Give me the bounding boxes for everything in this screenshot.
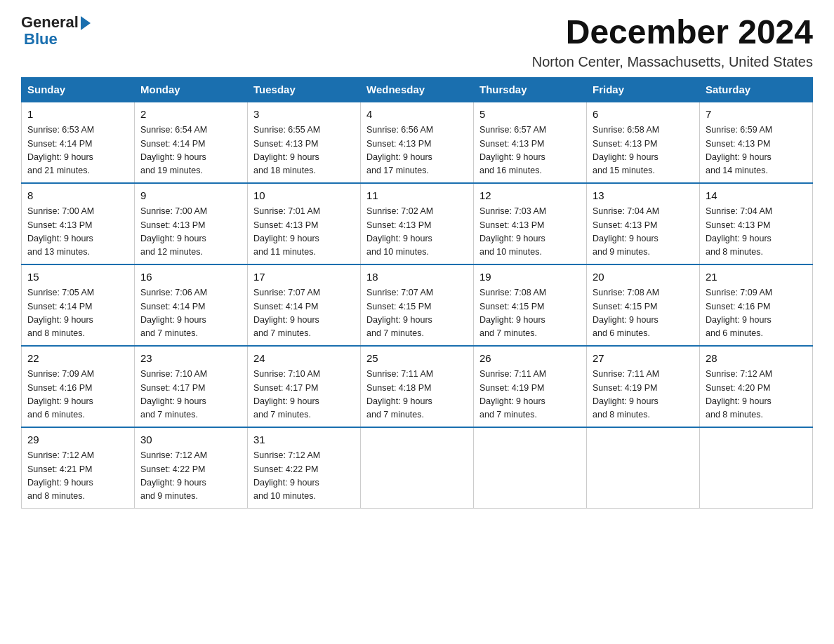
calendar-cell: 3Sunrise: 6:55 AMSunset: 4:13 PMDaylight… xyxy=(248,102,361,183)
calendar-cell: 30Sunrise: 7:12 AMSunset: 4:22 PMDayligh… xyxy=(135,427,248,509)
page-header: General Blue December 2024 Norton Center… xyxy=(21,14,813,70)
week-row-5: 29Sunrise: 7:12 AMSunset: 4:21 PMDayligh… xyxy=(22,427,813,509)
header-day-saturday: Saturday xyxy=(700,77,813,102)
day-number: 26 xyxy=(479,351,581,367)
day-info: Sunrise: 6:54 AMSunset: 4:14 PMDaylight:… xyxy=(140,123,241,178)
calendar-header: SundayMondayTuesdayWednesdayThursdayFrid… xyxy=(22,77,813,102)
day-number: 19 xyxy=(479,269,581,286)
calendar-cell: 18Sunrise: 7:07 AMSunset: 4:15 PMDayligh… xyxy=(361,264,474,346)
day-info: Sunrise: 6:53 AMSunset: 4:14 PMDaylight:… xyxy=(27,123,128,178)
day-info: Sunrise: 7:00 AMSunset: 4:13 PMDaylight:… xyxy=(27,205,128,260)
day-number: 25 xyxy=(366,351,468,367)
day-info: Sunrise: 7:01 AMSunset: 4:13 PMDaylight:… xyxy=(253,205,355,260)
week-row-3: 15Sunrise: 7:05 AMSunset: 4:14 PMDayligh… xyxy=(22,264,813,346)
day-info: Sunrise: 6:59 AMSunset: 4:13 PMDaylight:… xyxy=(706,123,807,178)
calendar-body: 1Sunrise: 6:53 AMSunset: 4:14 PMDaylight… xyxy=(22,102,813,509)
calendar-cell: 13Sunrise: 7:04 AMSunset: 4:13 PMDayligh… xyxy=(587,183,700,264)
calendar-cell: 14Sunrise: 7:04 AMSunset: 4:13 PMDayligh… xyxy=(700,183,813,264)
calendar-cell: 4Sunrise: 6:56 AMSunset: 4:13 PMDaylight… xyxy=(361,102,474,183)
day-info: Sunrise: 7:11 AMSunset: 4:19 PMDaylight:… xyxy=(593,368,694,422)
day-info: Sunrise: 7:12 AMSunset: 4:21 PMDaylight:… xyxy=(27,449,128,504)
calendar-cell: 7Sunrise: 6:59 AMSunset: 4:13 PMDaylight… xyxy=(700,102,813,183)
day-info: Sunrise: 7:08 AMSunset: 4:15 PMDaylight:… xyxy=(593,286,694,341)
logo-arrow-icon xyxy=(81,16,91,30)
day-info: Sunrise: 6:58 AMSunset: 4:13 PMDaylight:… xyxy=(593,123,694,178)
calendar-cell: 26Sunrise: 7:11 AMSunset: 4:19 PMDayligh… xyxy=(474,346,587,427)
week-row-1: 1Sunrise: 6:53 AMSunset: 4:14 PMDaylight… xyxy=(22,102,813,183)
day-number: 4 xyxy=(366,107,468,123)
day-number: 13 xyxy=(593,188,694,204)
day-info: Sunrise: 6:57 AMSunset: 4:13 PMDaylight:… xyxy=(479,123,581,178)
day-info: Sunrise: 7:11 AMSunset: 4:19 PMDaylight:… xyxy=(479,368,581,422)
calendar-cell: 17Sunrise: 7:07 AMSunset: 4:14 PMDayligh… xyxy=(248,264,361,346)
day-number: 15 xyxy=(27,269,128,286)
day-number: 12 xyxy=(479,188,581,204)
day-info: Sunrise: 7:02 AMSunset: 4:13 PMDaylight:… xyxy=(366,205,468,260)
calendar-cell: 28Sunrise: 7:12 AMSunset: 4:20 PMDayligh… xyxy=(700,346,813,427)
calendar-cell: 24Sunrise: 7:10 AMSunset: 4:17 PMDayligh… xyxy=(248,346,361,427)
day-number: 28 xyxy=(706,351,807,367)
calendar-cell: 8Sunrise: 7:00 AMSunset: 4:13 PMDaylight… xyxy=(22,183,135,264)
calendar-cell: 23Sunrise: 7:10 AMSunset: 4:17 PMDayligh… xyxy=(135,346,248,427)
calendar-cell: 5Sunrise: 6:57 AMSunset: 4:13 PMDaylight… xyxy=(474,102,587,183)
calendar-cell: 29Sunrise: 7:12 AMSunset: 4:21 PMDayligh… xyxy=(22,427,135,509)
day-number: 5 xyxy=(479,107,581,123)
calendar-subtitle: Norton Center, Massachusetts, United Sta… xyxy=(532,54,813,70)
calendar-cell: 9Sunrise: 7:00 AMSunset: 4:13 PMDaylight… xyxy=(135,183,248,264)
day-number: 11 xyxy=(366,188,468,204)
day-info: Sunrise: 7:12 AMSunset: 4:22 PMDaylight:… xyxy=(253,449,355,504)
day-number: 24 xyxy=(253,351,355,367)
day-number: 20 xyxy=(593,269,694,286)
calendar-cell xyxy=(587,427,700,509)
calendar-cell: 22Sunrise: 7:09 AMSunset: 4:16 PMDayligh… xyxy=(22,346,135,427)
week-row-4: 22Sunrise: 7:09 AMSunset: 4:16 PMDayligh… xyxy=(22,346,813,427)
day-info: Sunrise: 7:04 AMSunset: 4:13 PMDaylight:… xyxy=(593,205,694,260)
calendar-cell: 1Sunrise: 6:53 AMSunset: 4:14 PMDaylight… xyxy=(22,102,135,183)
day-number: 17 xyxy=(253,269,355,286)
day-info: Sunrise: 7:09 AMSunset: 4:16 PMDaylight:… xyxy=(706,286,807,341)
calendar-cell: 20Sunrise: 7:08 AMSunset: 4:15 PMDayligh… xyxy=(587,264,700,346)
day-info: Sunrise: 7:05 AMSunset: 4:14 PMDaylight:… xyxy=(27,286,128,341)
day-info: Sunrise: 7:09 AMSunset: 4:16 PMDaylight:… xyxy=(27,368,128,422)
calendar-cell: 16Sunrise: 7:06 AMSunset: 4:14 PMDayligh… xyxy=(135,264,248,346)
calendar-title: December 2024 xyxy=(532,14,813,51)
day-number: 16 xyxy=(140,269,241,286)
day-info: Sunrise: 7:10 AMSunset: 4:17 PMDaylight:… xyxy=(253,368,355,422)
calendar-cell: 15Sunrise: 7:05 AMSunset: 4:14 PMDayligh… xyxy=(22,264,135,346)
calendar-cell xyxy=(700,427,813,509)
day-number: 31 xyxy=(253,432,355,448)
day-number: 29 xyxy=(27,432,128,448)
header-day-monday: Monday xyxy=(135,77,248,102)
header-day-sunday: Sunday xyxy=(22,77,135,102)
title-block: December 2024 Norton Center, Massachuset… xyxy=(532,14,813,70)
day-info: Sunrise: 7:11 AMSunset: 4:18 PMDaylight:… xyxy=(366,368,468,422)
header-day-friday: Friday xyxy=(587,77,700,102)
header-day-wednesday: Wednesday xyxy=(361,77,474,102)
calendar-cell: 11Sunrise: 7:02 AMSunset: 4:13 PMDayligh… xyxy=(361,183,474,264)
day-info: Sunrise: 6:56 AMSunset: 4:13 PMDaylight:… xyxy=(366,123,468,178)
calendar-cell: 27Sunrise: 7:11 AMSunset: 4:19 PMDayligh… xyxy=(587,346,700,427)
day-info: Sunrise: 7:07 AMSunset: 4:15 PMDaylight:… xyxy=(366,286,468,341)
day-info: Sunrise: 7:12 AMSunset: 4:20 PMDaylight:… xyxy=(706,368,807,422)
calendar-cell: 25Sunrise: 7:11 AMSunset: 4:18 PMDayligh… xyxy=(361,346,474,427)
calendar-cell xyxy=(474,427,587,509)
day-number: 7 xyxy=(706,107,807,123)
day-info: Sunrise: 7:04 AMSunset: 4:13 PMDaylight:… xyxy=(706,205,807,260)
day-number: 22 xyxy=(27,351,128,367)
logo-general-text: General xyxy=(21,14,79,31)
calendar-cell: 10Sunrise: 7:01 AMSunset: 4:13 PMDayligh… xyxy=(248,183,361,264)
day-info: Sunrise: 7:12 AMSunset: 4:22 PMDaylight:… xyxy=(140,449,241,504)
calendar-cell: 6Sunrise: 6:58 AMSunset: 4:13 PMDaylight… xyxy=(587,102,700,183)
calendar-cell: 2Sunrise: 6:54 AMSunset: 4:14 PMDaylight… xyxy=(135,102,248,183)
day-number: 30 xyxy=(140,432,241,448)
calendar-cell: 19Sunrise: 7:08 AMSunset: 4:15 PMDayligh… xyxy=(474,264,587,346)
day-info: Sunrise: 7:06 AMSunset: 4:14 PMDaylight:… xyxy=(140,286,241,341)
day-number: 3 xyxy=(253,107,355,123)
header-day-thursday: Thursday xyxy=(474,77,587,102)
day-number: 8 xyxy=(27,188,128,204)
calendar-cell: 21Sunrise: 7:09 AMSunset: 4:16 PMDayligh… xyxy=(700,264,813,346)
logo: General Blue xyxy=(21,14,91,48)
day-number: 27 xyxy=(593,351,694,367)
calendar-cell: 12Sunrise: 7:03 AMSunset: 4:13 PMDayligh… xyxy=(474,183,587,264)
day-number: 10 xyxy=(253,188,355,204)
